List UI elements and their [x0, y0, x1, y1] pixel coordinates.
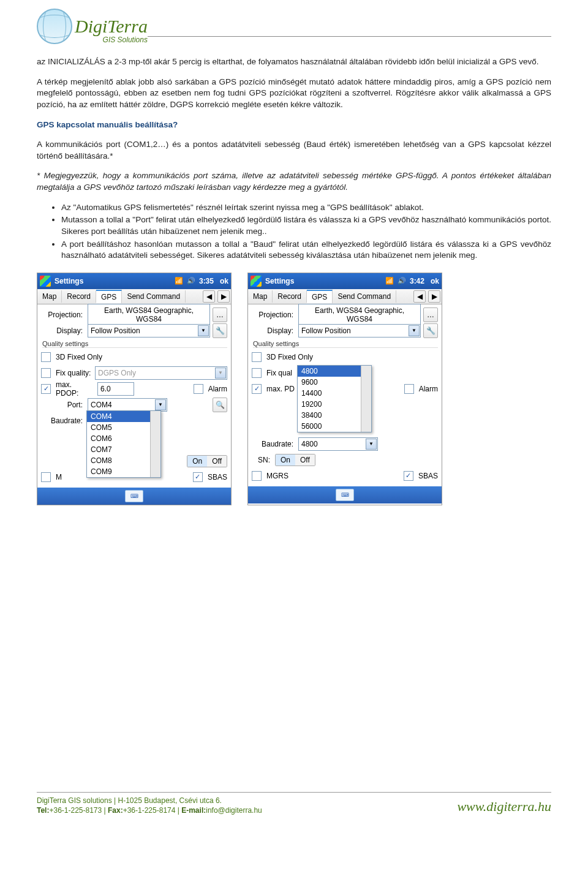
quality-heading: Quality settings [253, 340, 438, 348]
page-footer: DigiTerra GIS solutions | H-1025 Budapes… [37, 792, 551, 815]
display-field[interactable]: Follow Position▼ [88, 324, 210, 337]
chevron-down-icon[interactable]: ▼ [366, 439, 377, 450]
heading-manual: GPS kapcsolat manuális beállítása? [37, 119, 551, 131]
port-tool-button[interactable]: 🔍 [213, 398, 227, 412]
footer-email-label: E-mail: [181, 806, 206, 815]
chevron-down-icon[interactable]: ▼ [215, 368, 226, 379]
projection-label: Projection: [41, 311, 85, 319]
document-body: az INICIALIZÁLÁS a 2-3 mp-től akár 5 per… [37, 56, 551, 262]
baud-option[interactable]: 56000 [298, 421, 371, 432]
sbas-checkbox[interactable]: ✓ [193, 472, 203, 482]
tab-record[interactable]: Record [273, 290, 307, 303]
fixq-field[interactable]: DGPS Only▼ [95, 366, 227, 380]
keyboard-icon[interactable]: ⌨ [125, 490, 143, 502]
keyboard-icon[interactable]: ⌨ [336, 489, 354, 501]
baud-option[interactable]: 14400 [298, 388, 371, 399]
bottom-bar: ⌨ [37, 488, 231, 505]
port-dropdown[interactable]: COM4 COM5 COM6 COM7 COM8 COM9 [86, 410, 161, 478]
port-option[interactable]: COM7 [87, 444, 160, 455]
mgrs-checkbox[interactable] [252, 471, 262, 481]
start-icon[interactable] [40, 276, 51, 287]
projection-browse-button[interactable]: … [213, 307, 227, 322]
paragraph-4: * Megjegyezzük, hogy a kommunikációs por… [37, 170, 551, 193]
display-tool-button[interactable]: 🔧 [423, 323, 438, 338]
footer-tel-label: Tel: [37, 806, 49, 815]
baud-option[interactable]: 4800 [298, 366, 371, 377]
chevron-down-icon[interactable]: ▼ [198, 325, 209, 336]
logo-sub: GIS Solutions [75, 36, 148, 44]
port-option[interactable]: COM6 [87, 433, 160, 444]
pdop-checkbox[interactable]: ✓ [252, 384, 262, 394]
baud-label: Baudrate: [252, 440, 296, 448]
alarm-label: Alarm [208, 385, 227, 393]
titlebar: Settings 📶 🔊 3:35 ok [37, 273, 231, 289]
tab-gps[interactable]: GPS [307, 290, 333, 303]
port-option[interactable]: COM4 [87, 411, 160, 422]
pdop-label: max. PDOP: [56, 380, 95, 398]
sn-toggle[interactable]: OnOff [187, 455, 227, 467]
bottom-bar: ⌨ [248, 486, 442, 503]
signal-icon: 📶 [385, 277, 394, 285]
display-field[interactable]: Follow Position▼ [298, 324, 421, 337]
sbas-label: SBAS [418, 472, 438, 480]
page-header: DigiTerra GIS Solutions [37, 0, 551, 48]
port-field[interactable]: COM4▼ [88, 398, 167, 412]
logo-brand: DigiTerra [75, 17, 148, 36]
port-option[interactable]: COM9 [87, 466, 160, 477]
tab-right-icon[interactable]: ▶ [217, 290, 230, 303]
fixed-checkbox[interactable] [41, 352, 51, 362]
mgrs-checkbox[interactable] [41, 472, 51, 482]
clock: 3:35 [199, 277, 214, 285]
sbas-checkbox[interactable]: ✓ [404, 471, 413, 481]
fixq-label: Fix qual [266, 369, 297, 377]
tab-send[interactable]: Send Command [122, 290, 186, 303]
display-tool-button[interactable]: 🔧 [213, 323, 227, 338]
projection-field[interactable]: Earth, WGS84 Geographic, WGS84 [88, 304, 210, 326]
fixed-checkbox[interactable] [252, 352, 262, 362]
start-icon[interactable] [251, 276, 262, 287]
sbas-label: SBAS [208, 473, 227, 481]
ok-button[interactable]: ok [431, 277, 439, 285]
tab-left-icon[interactable]: ◀ [203, 290, 215, 303]
alarm-checkbox[interactable] [194, 384, 203, 394]
tab-record[interactable]: Record [62, 290, 96, 303]
tab-map[interactable]: Map [37, 290, 62, 303]
chevron-down-icon[interactable]: ▼ [155, 399, 166, 410]
projection-label: Projection: [252, 311, 296, 319]
baud-field[interactable]: 4800▼ [298, 437, 378, 451]
signal-icon: 📶 [175, 277, 183, 285]
window-title: Settings [55, 277, 171, 285]
baud-option[interactable]: 19200 [298, 399, 371, 410]
scrollbar[interactable] [150, 411, 160, 477]
baud-option[interactable]: 9600 [298, 377, 371, 388]
mgrs-label: M [56, 473, 62, 481]
projection-browse-button[interactable]: … [423, 307, 438, 322]
baud-dropdown[interactable]: 4800 9600 14400 19200 38400 56000 [297, 365, 372, 432]
pdop-field[interactable]: 6.0 [97, 382, 134, 396]
display-label: Display: [252, 326, 296, 335]
tab-gps[interactable]: GPS [96, 290, 122, 303]
port-option[interactable]: COM5 [87, 422, 160, 433]
fixed-label: 3D Fixed Only [266, 353, 313, 361]
fixq-checkbox[interactable] [41, 368, 51, 378]
port-option[interactable]: COM8 [87, 455, 160, 466]
pdop-checkbox[interactable]: ✓ [41, 384, 51, 394]
baud-option[interactable]: 38400 [298, 410, 371, 421]
projection-field[interactable]: Earth, WGS84 Geographic, WGS84 [298, 304, 421, 326]
paragraph-3: A kommunikációs port (COM1,2…) és a pont… [37, 139, 551, 162]
tab-send[interactable]: Send Command [333, 290, 396, 303]
alarm-label: Alarm [419, 385, 438, 393]
bullet-2: Mutasson a tollal a "Port" felirat után … [61, 214, 551, 237]
alarm-checkbox[interactable] [404, 384, 414, 394]
sn-toggle[interactable]: OnOff [275, 454, 315, 466]
tab-map[interactable]: Map [248, 290, 273, 303]
fixq-checkbox[interactable] [252, 368, 262, 378]
chevron-down-icon[interactable]: ▼ [409, 325, 420, 336]
ok-button[interactable]: ok [220, 277, 228, 285]
scrollbar[interactable] [361, 366, 371, 432]
titlebar: Settings 📶 🔊 3:42 ok [248, 273, 442, 289]
fixq-label: Fix quality: [56, 369, 92, 377]
bullet-1: Az "Automatikus GPS felismertetés" részn… [61, 202, 551, 214]
tab-right-icon[interactable]: ▶ [428, 290, 440, 303]
tab-left-icon[interactable]: ◀ [413, 290, 426, 303]
